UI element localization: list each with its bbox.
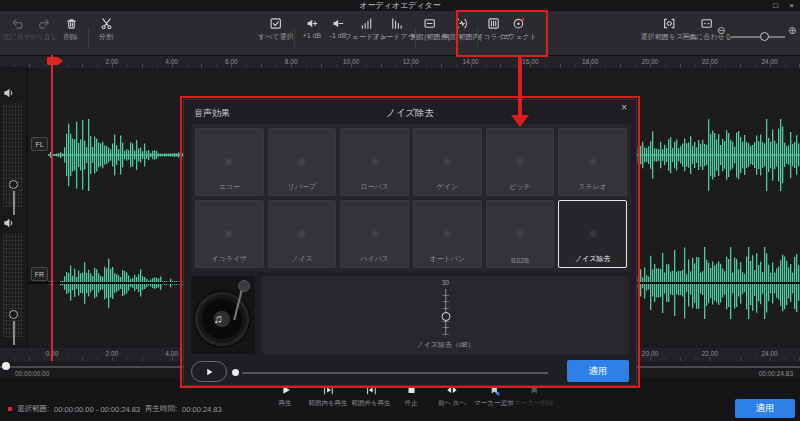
transport-button-stop[interactable]: 停止: [405, 384, 418, 408]
ruler-tick: 20.00: [642, 350, 658, 357]
zoom-slider[interactable]: [731, 36, 785, 38]
volume-slider-handle[interactable]: [9, 310, 18, 319]
effect-tile[interactable]: ピッチ: [486, 128, 555, 196]
dialog-close-button[interactable]: ×: [621, 102, 627, 113]
duration-label: 再生時間:: [145, 404, 177, 414]
toolbar-separator: [294, 28, 295, 48]
ruler-tick: 24.00: [761, 58, 777, 65]
transport-button-play-out-range[interactable]: 範囲外を再生: [351, 384, 390, 408]
music-note-icon: ♫: [191, 312, 245, 326]
transport-button-add-marker[interactable]: マーカー追加: [474, 384, 513, 408]
status-bar: 選択範囲: 00:00:00.00 - 00:00:24.83 再生時間: 00…: [8, 404, 222, 414]
preview-play-button[interactable]: [191, 361, 227, 382]
playhead-handle[interactable]: [47, 57, 58, 65]
noise-removal-slider-handle[interactable]: [441, 312, 450, 321]
fit-screen-icon: [701, 17, 714, 30]
ruler-tick: 4.00: [165, 350, 178, 357]
ruler-tick: 4.00: [165, 58, 178, 65]
preview-progress-bar[interactable]: [242, 372, 548, 374]
app-title: オーディオエディター: [0, 0, 800, 11]
duration-value: 00:00:24.83: [182, 405, 222, 414]
effect-tile[interactable]: ローパス: [340, 128, 409, 196]
ruler-tick: 2.00: [105, 58, 118, 65]
effects-grid: エコー リバーブ ローパス ゲイン: [191, 124, 631, 272]
volume-slider-track: [13, 321, 15, 345]
speaker-icon[interactable]: [3, 217, 15, 229]
track-volume-rail: [0, 67, 28, 348]
close-window-button[interactable]: ×: [789, 0, 794, 11]
selection-bullet-icon: [8, 407, 12, 411]
seek-handle[interactable]: [2, 362, 10, 370]
timeline-ruler-top[interactable]: 2.004.006.008.0010.0012.0014.0016.0018.0…: [0, 55, 800, 68]
effect-tile[interactable]: ゲイン: [413, 128, 482, 196]
ruler-tick: 8.00: [285, 58, 298, 65]
preview-progress-handle[interactable]: [232, 369, 239, 376]
toolbar-separator: [477, 28, 478, 48]
seek-end-time: 00:00:24.83: [759, 370, 793, 377]
effect-parameter-panel: 30 ノイズ除去（dB）: [262, 276, 629, 354]
zoom-in-icon[interactable]: ⊕: [788, 25, 796, 36]
audio-editor-window: オーディオエディター □ × 元に戻す やり直し 削除: [0, 0, 800, 421]
play-icon: [204, 367, 214, 377]
volume-slider-handle[interactable]: [9, 180, 18, 189]
slider-max-label: 30: [262, 279, 629, 286]
toolbar: 元に戻す やり直し 削除 分割: [0, 11, 800, 55]
maximize-button[interactable]: □: [773, 0, 778, 11]
toolbar-button-fit-screen[interactable]: 画面に合わせる: [679, 15, 735, 44]
effect-tile[interactable]: オートパン: [413, 200, 482, 268]
ruler-tick: 14.00: [462, 58, 478, 65]
ruler-tick: 20.00: [642, 58, 658, 65]
effect-tile[interactable]: エコー: [195, 128, 264, 196]
tonearm-pivot-icon: [238, 280, 250, 292]
transport-button-prev-next[interactable]: 前へ 次へ: [438, 384, 466, 408]
apply-button[interactable]: 適用: [735, 399, 795, 418]
channel-label-fr: FR: [31, 267, 48, 281]
selection-label: 選択範囲:: [17, 404, 49, 414]
effects-dialog: 音声効果 ノイズ除去 × エコー リバーブ ローパス: [183, 99, 637, 386]
ruler-tick: 22.00: [702, 58, 718, 65]
channel-label-fl: FL: [31, 137, 48, 151]
volume-slider-track: [13, 191, 15, 215]
playhead-line: [51, 55, 53, 361]
selection-value: 00:00:00.00 - 00:00:24.83: [54, 405, 140, 414]
transport-button-play-in-range[interactable]: 範囲内を再生: [308, 384, 347, 408]
effect-tile[interactable]: ノイズ除去: [558, 200, 627, 268]
ruler-tick: 18.00: [582, 58, 598, 65]
ruler-tick: 22.00: [702, 350, 718, 357]
ruler-tick: 6.00: [225, 58, 238, 65]
toolbar-right-group: 選択範囲をズーム 画面に合わせる: [0, 11, 800, 55]
effect-tile[interactable]: ノイズ: [268, 200, 337, 268]
toolbar-separator: [88, 28, 89, 48]
zoom-out-icon[interactable]: ⊖: [717, 25, 725, 36]
dialog-title: ノイズ除去: [184, 107, 636, 120]
ruler-tick: 16.00: [522, 58, 538, 65]
effect-tile[interactable]: ステレオ: [558, 128, 627, 196]
zoom-slider-handle[interactable]: [760, 32, 769, 41]
effect-preview: ♫: [191, 276, 255, 354]
effect-tile[interactable]: イコライザ: [195, 200, 264, 268]
ruler-tick: 24.00: [761, 350, 777, 357]
zoom-selection-icon: [663, 17, 676, 30]
speaker-icon[interactable]: [3, 87, 15, 99]
effect-tile[interactable]: BS2B: [486, 200, 555, 268]
effect-tile[interactable]: リバーブ: [268, 128, 337, 196]
toolbar-separator: [415, 28, 416, 48]
effect-tile[interactable]: ハイパス: [340, 200, 409, 268]
transport-button-delete-marker[interactable]: マーカー削除: [514, 384, 553, 408]
transport-button-play[interactable]: 再生: [279, 384, 292, 408]
ruler-tick: 2.00: [105, 350, 118, 357]
seek-start-time: 00:00:00.00: [15, 370, 49, 377]
ruler-tick: 12.00: [403, 58, 419, 65]
ruler-tick: 10.00: [343, 58, 359, 65]
noise-removal-slider-label: ノイズ除去（dB）: [262, 340, 629, 350]
titlebar: オーディオエディター □ ×: [0, 0, 800, 11]
dialog-apply-button[interactable]: 適用: [567, 360, 629, 382]
